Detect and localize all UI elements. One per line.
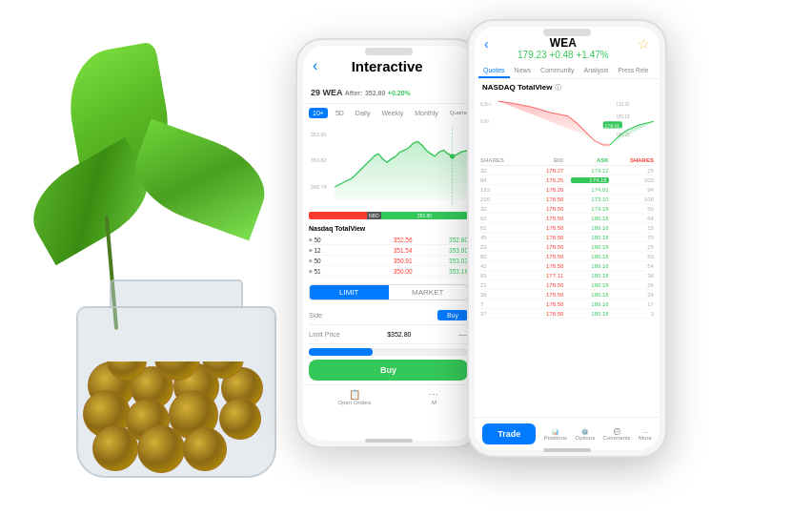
tab-10plus[interactable]: 10+ — [309, 108, 328, 118]
ob-row: 21178.50180.1826 — [480, 280, 654, 290]
jar-neck — [110, 279, 243, 308]
ob-row: 23178.50180.1825 — [480, 242, 654, 252]
trade-button[interactable]: Trade — [482, 423, 536, 444]
phone1-ticker: 29 WEA After: 352.80 +0.20% — [311, 88, 411, 97]
svg-text:9.2k+: 9.2k+ — [480, 102, 492, 107]
coins-container — [78, 361, 274, 476]
phone1-notch — [365, 48, 413, 55]
phone2-screen: ‹ WEA 179.23 +0.48 +1.47% ☆ Quotes News … — [475, 27, 660, 450]
jar — [57, 268, 295, 478]
svg-text:352.90: 352.90 — [311, 132, 327, 137]
ask-bar: 352.80 — [381, 212, 468, 219]
nasdaq-row-1: » 50 352.56 352.80 — [309, 235, 468, 245]
nasdaq-row-4: » 51 350.00 353.18 — [309, 266, 468, 277]
phone1-chart: 352.90 350.82 348.74 — [309, 122, 468, 208]
tab-market[interactable]: MARKET — [389, 285, 468, 299]
phone1: ‹ Interactive 29 WEA After: 352.80 +0.20… — [295, 38, 481, 448]
nasdaq-row-2: » 12 351.54 353.00 — [309, 245, 468, 256]
svg-text:9.00: 9.00 — [480, 119, 489, 124]
phone2-bottom-bar: Trade 📊 Positions ⚙️ Options 💬 Comments … — [475, 417, 660, 450]
phone1-stock-bar: 29 WEA After: 352.80 +0.20% — [303, 80, 474, 104]
phone2-ticker: WEA — [489, 36, 638, 50]
svg-text:178.41: 178.41 — [605, 123, 620, 129]
price-label: Limit Price — [309, 331, 340, 338]
info-icon: ⓘ — [555, 84, 561, 91]
ob-row: 210178.50173.10100 — [480, 195, 654, 204]
ob-row: 32178.27174.1225 — [480, 166, 654, 175]
positions-button[interactable]: 📊 Positions — [544, 428, 567, 441]
phone1-order-tabs: LIMIT MARKET — [309, 284, 468, 300]
mid-bar: NBO — [367, 212, 381, 219]
tab-community[interactable]: Community — [536, 64, 579, 78]
comments-button[interactable]: 💬 Comments — [603, 428, 631, 441]
ob-row: 93177.11180.1836 — [480, 271, 654, 280]
ob-row: 42178.50180.1854 — [480, 261, 654, 271]
coin — [137, 425, 185, 473]
tab-analysis[interactable]: Analysis — [579, 64, 614, 78]
ob-row: 62178.50180.1864 — [480, 214, 654, 223]
tab-news[interactable]: News — [510, 64, 537, 78]
tab-monthly[interactable]: Monthly — [411, 108, 442, 118]
ob-row: 37178.50180.183 — [480, 309, 654, 319]
form-price-row: Limit Price $352.80 — — [309, 325, 468, 344]
bid-bar — [309, 212, 367, 219]
tab-quotes[interactable]: Quotes — [478, 64, 510, 78]
more-button[interactable]: ⋯ M — [429, 389, 438, 405]
phone2-home-indicator — [543, 448, 591, 452]
options-button[interactable]: ⚙️ Options — [575, 428, 595, 441]
open-orders-button[interactable]: 📋 Open Orders — [338, 389, 372, 405]
tab-press[interactable]: Press Rele — [614, 64, 654, 78]
phone1-bidask-bar: NBO 352.80 — [309, 212, 468, 219]
leaf-right — [124, 119, 277, 241]
phone1-nasdaq-totalview: Nasdaq TotalView » 50 352.56 352.80 » 12… — [303, 221, 474, 280]
price-value[interactable]: $352.80 — [387, 331, 411, 338]
coin — [92, 425, 138, 471]
nasdaq-row-3: » 50 350.91 353.03 — [309, 256, 468, 266]
ob-row: 81178.50180.1815 — [480, 223, 654, 233]
phone2: ‹ WEA 179.23 +0.48 +1.47% ☆ Quotes News … — [467, 19, 667, 458]
phone2-price: 179.23 +0.48 +1.47% — [489, 50, 638, 60]
orderbook-header: SHARES BID ASK SHARES — [480, 155, 654, 166]
phone1-back-button[interactable]: ‹ — [313, 57, 317, 74]
tab-limit[interactable]: LIMIT — [310, 285, 389, 299]
ob-row: 133178.20174.0194 — [480, 185, 654, 195]
phone2-stock-info: WEA 179.23 +0.48 +1.47% — [489, 36, 638, 60]
tab-5d[interactable]: 5D — [332, 108, 348, 118]
tab-daily[interactable]: Daily — [352, 108, 375, 118]
phone2-chart: 9.2k+ 9.00 110.20 180.18 180.23 178.41 — [480, 94, 654, 152]
ob-row: 32178.50174.1850 — [480, 204, 654, 214]
phone1-home-indicator — [365, 439, 413, 443]
ob-row: 39178.50180.1824 — [480, 290, 654, 299]
phone2-nasdaq-title: NASDAQ TotalView ⓘ — [475, 79, 660, 94]
coin — [219, 398, 261, 440]
phone1-screen: ‹ Interactive 29 WEA After: 352.80 +0.20… — [303, 46, 474, 441]
ob-row: 7178.50180.1817 — [480, 299, 654, 309]
form-side-row: Side Buy — [309, 306, 468, 325]
more-button[interactable]: ⋯ More — [639, 428, 652, 441]
phone1-bottom-bar: 📋 Open Orders ⋯ M — [303, 384, 474, 409]
side-buy-button[interactable]: Buy — [437, 310, 468, 320]
phone2-nav-tabs: Quotes News Community Analysis Press Rel… — [475, 64, 660, 79]
coin — [183, 427, 227, 471]
quantity-slider[interactable] — [309, 348, 468, 356]
svg-text:348.74: 348.74 — [311, 184, 327, 190]
tab-weekly[interactable]: Weekly — [377, 108, 407, 118]
ob-row: 82178.50180.1883 — [480, 252, 654, 261]
svg-text:110.20: 110.20 — [616, 102, 629, 107]
ob-row: 45178.50180.1870 — [480, 233, 654, 242]
nasdaq-title: Nasdaq TotalView — [309, 225, 468, 232]
phone1-order-form: Side Buy Limit Price $352.80 — — [303, 304, 474, 346]
phone1-title: Interactive — [325, 58, 449, 74]
ob-row: 84176.25174.18102 — [480, 175, 654, 185]
side-label: Side — [309, 312, 322, 319]
jar-body — [76, 306, 276, 478]
svg-text:350.82: 350.82 — [311, 157, 327, 163]
phone2-watchlist-button[interactable]: ☆ — [638, 36, 650, 52]
phone1-time-tabs: 10+ 5D Daily Weekly Monthly Quarter — [303, 104, 474, 122]
buy-button[interactable]: Buy — [309, 360, 468, 381]
phone2-notch — [543, 29, 591, 36]
phone2-orderbook: SHARES BID ASK SHARES 32178.27174.1225 8… — [475, 155, 660, 319]
svg-text:180.18: 180.18 — [616, 114, 629, 119]
